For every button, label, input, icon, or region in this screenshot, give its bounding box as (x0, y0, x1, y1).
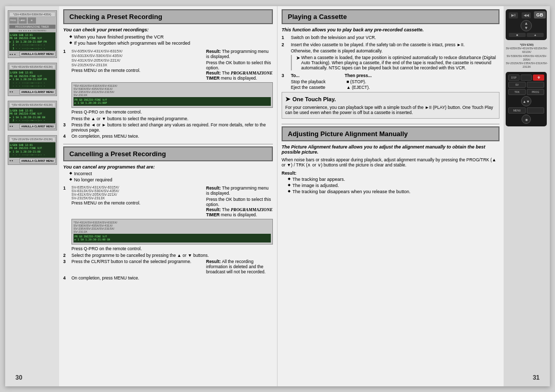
page-right: GB Playing a Cassette This function allo… (278, 6, 550, 386)
device-1-display: 1/GEN SAB 12:01 PR G0 INIZIO-FINE V/F ► … (9, 32, 55, 51)
section-cancelling: Cancelling a Preset Recording You can ca… (63, 146, 273, 281)
vcr-device-bottom: DSP ⏻ SV TRK PROG ▲▼ (506, 72, 547, 126)
bullet-2-text: If you have forgotten which programmes w… (74, 41, 190, 46)
device-2-bottom: ◄◄ ANNULLA CLR/RST MENU (9, 89, 55, 95)
cancel-bullet-1-text: Incorrect (74, 171, 92, 176)
device-screen-1: *(SV-435X/SV-530X/SV-435X) PROG LAND ⊕ P… (8, 10, 57, 59)
one-touch-title: One Touch Play. (292, 96, 336, 102)
cancelling-step1b: *SV-431X/SV-6315X/SV-6315X/SV-530X/SV-43… (63, 219, 273, 251)
device-2-display: 1/GEN SAB 12:01 PR G0 INIZIO-FINE V/F ► … (9, 70, 55, 89)
checking-intro: You can check your preset recordings: (63, 27, 273, 32)
cancel-bullet-1: Incorrect (69, 171, 273, 176)
step1b-action: Press Q-PRO on the remote control. (71, 109, 273, 115)
playing-step1: 1 Switch on both the television and your… (282, 35, 499, 40)
adjusting-body: When noise bars or streaks appear during… (282, 157, 499, 167)
step3-text: Press the ◄ or ► buttons to select and c… (71, 122, 273, 133)
device-2-label: *(SV-431X/SV-6315X/SV-4313X) (9, 64, 55, 69)
page-spread: *(SV-435X/SV-530X/SV-435X) PROG LAND ⊕ P… (5, 6, 550, 386)
left-main-content: Checking a Preset Recording You can chec… (59, 6, 277, 386)
device-3-bottom: ◄◄ ANNULLA CLR/RST MENU (9, 124, 55, 129)
step1-action: Press MENU on the remote control. (71, 68, 204, 73)
section-adjusting-title: Adjusting Picture Alignment Manually (282, 126, 499, 141)
page-left: *(SV-435X/SV-530X/SV-435X) PROG LAND ⊕ P… (5, 6, 278, 386)
section-playing: Playing a Cassette This function allows … (282, 9, 499, 119)
one-touch-text: For your convenience, you can playback t… (285, 105, 496, 115)
adjusting-intro: The Picture Alignment feature allows you… (282, 144, 499, 155)
playing-step1-text: Switch on both the television and your V… (291, 35, 376, 40)
cancelling-step3: 3 Press the CLR/RST button to cancel the… (63, 259, 273, 274)
cancel-bullet-2: No longer required (69, 177, 273, 182)
cancelling-step2: 2 Select the programme to be cancelled b… (63, 253, 273, 258)
inset-2-display: PR G0 INIZIO-FINE V/F ► 1 SA 1.20:30-21:… (73, 234, 271, 242)
device-1-bottom: ◄◄ ◄ ANNULLA CLR/RST MENU (9, 51, 55, 57)
section-divider-1 (63, 144, 273, 144)
device-4-label: *(SV-231X/SV-2315X/SV-2313X) (9, 137, 55, 142)
device-4-display: 1/GEN SAB 12:01 PR G0 INIZIO-FINE V/F ► … (9, 142, 55, 158)
left-sidebar: *(SV-435X/SV-530X/SV-435X) PROG LAND ⊕ P… (5, 6, 59, 386)
checking-step3: 3 Press the ◄ or ► buttons to select and… (63, 122, 273, 133)
cancel-step1b-body: *SV-431X/SV-6315X/SV-6315X/SV-530X/SV-43… (71, 219, 273, 251)
bullet-1-text: When you have finished presetting the VC… (74, 34, 164, 40)
result-item-3: The tracking bar disappears when you rel… (288, 189, 499, 194)
one-touch-header: ➤ One Touch Play. (285, 96, 496, 103)
checking-bullets: When you have finished presetting the VC… (69, 34, 273, 46)
section-cancelling-title: Cancelling a Preset Recording (63, 146, 273, 161)
device-1-label: *(SV-435X/SV-530X/SV-435X) (9, 12, 55, 17)
checking-step4: 4 On completion, press MENU twice. (63, 134, 273, 139)
bullet-1: When you have finished presetting the VC… (69, 34, 273, 40)
device-4-bottom: ◄◄ ANNULLA CLR/RST MENU (9, 158, 55, 163)
playing-intro: This function allows you to play back an… (282, 27, 499, 32)
playing-step3-body: To... Then press... Stop the playback ■ … (291, 73, 499, 90)
cancelling-step4: 4 On completion, press MENU twice. (63, 275, 273, 281)
device-screen-3: *(SV-431X/SV-6315X/SV-4313X) 1/GEN SAB 1… (8, 101, 57, 130)
gb-badge: GB (534, 11, 546, 18)
right-sidebar: ▶II ◀◀ ▶▶ ▲▼ ■ ▲ *( (504, 6, 550, 386)
section-checking: Checking a Preset Recording You can chec… (63, 9, 273, 139)
section-playing-title: Playing a Cassette (282, 9, 499, 24)
section-divider-2 (282, 124, 499, 124)
result-label: Result: (282, 171, 297, 176)
result-item-1: The tracking bar appears. (288, 177, 499, 182)
playing-step3: 3 To... Then press... Stop the playback … (282, 73, 499, 90)
device-screen-2: *(SV-431X/SV-6315X/SV-4313X) 1/GEN SAB 1… (8, 63, 57, 96)
cancel-step1-body: SV-635X/SV-431X/SV-6315X/SV-6313X/SV-530… (71, 185, 204, 217)
step1b-body: *SV-431X/SV-6315X/SV-4313X/SV-530X/SV-43… (71, 82, 273, 115)
device-3-label: *(SV-431X/SV-6315X/SV-4313X) (9, 102, 55, 107)
step4-text: On completion, press MENU twice. (71, 134, 139, 139)
checking-step1b: *SV-431X/SV-6315X/SV-4313X/SV-530X/SV-43… (63, 82, 273, 115)
page-number-right: 31 (533, 374, 540, 381)
checking-step2: Press the ▲ or ▼ buttons to select the r… (63, 116, 273, 121)
step1-result: Result: The programming menu is displaye… (206, 49, 273, 81)
playing-step2-note: Otherwise, the cassette is played automa… (291, 48, 499, 53)
step1-num: 1 (63, 49, 69, 81)
one-touch-play-box: ➤ One Touch Play. For your convenience, … (282, 92, 499, 119)
inset-screen-1: *SV-431X/SV-6315X/SV-4313X/SV-530X/SV-43… (71, 82, 273, 108)
page-number-left: 30 (15, 374, 22, 381)
inset-1-display: PR G0 INIZIO-FINE V/F ► 1 SA 1.20:30-21:… (73, 97, 271, 106)
cancelling-bullets: Incorrect No longer required (69, 171, 273, 182)
playing-step2-body: Insert the video cassette to be played. … (291, 42, 499, 71)
device-3-display: 1/GEN SAB 12:01 PR G0 INIZIO-FINE V/F ► … (9, 108, 55, 123)
device-screen-4: *(SV-231X/SV-2315X/SV-2313X) 1/GEN SAB 1… (8, 135, 57, 165)
cancelling-intro: You can cancel any programmes that are: (63, 164, 273, 170)
checking-step1: 1 SV-635X/SV-431X/SV-6315X/SV-6313X/SV-5… (63, 49, 273, 81)
inset-screen-2: *SV-431X/SV-6315X/SV-6315X/SV-530X/SV-43… (71, 219, 273, 245)
step1-body: SV-635X/SV-431X/SV-6315X/SV-6313X/SV-530… (71, 49, 204, 81)
bullet-2: If you have forgotten which programmes w… (69, 41, 273, 46)
cancelling-step1: 1 SV-635X/SV-431X/SV-6315X/SV-6313X/SV-5… (63, 185, 273, 217)
cancel-step1-result: Result: The programming menu is displaye… (206, 185, 273, 217)
playing-step2: 2 Insert the video cassette to be played… (282, 42, 499, 71)
playing-step2-subnote: ➤ When a cassette is loaded, the tape po… (291, 55, 499, 70)
adjusting-results: Result: The tracking bar appears. The im… (282, 171, 499, 194)
cancel-bullet-2-text: No longer required (74, 177, 113, 182)
result-item-2: The image is adjusted. (288, 183, 499, 188)
right-device-label: *(SV-E50) SV-635X/SV-431X/SV-6315X/SV-63… (506, 43, 548, 69)
section-checking-title: Checking a Preset Recording (63, 9, 273, 24)
right-main-content: Playing a Cassette This function allows … (278, 6, 504, 386)
section-adjusting: Adjusting Picture Alignment Manually The… (282, 126, 499, 194)
